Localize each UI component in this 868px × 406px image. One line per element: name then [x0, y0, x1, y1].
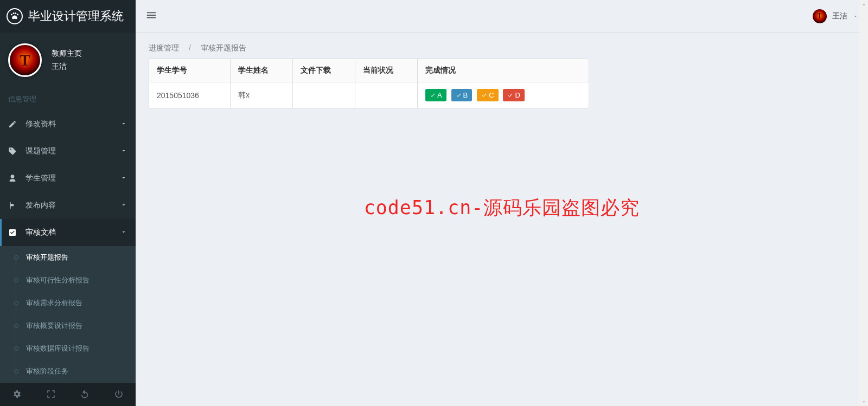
user-role: 教师主页 [52, 47, 82, 60]
chevron-down-icon [120, 228, 127, 237]
avatar-small: T [813, 9, 827, 23]
submenu-review-docs: 审核开题报告 审核可行性分析报告 审核需求分析报告 审核概要设计报告 审核数据库… [0, 246, 136, 383]
menu-modify-profile[interactable]: 修改资料 [0, 111, 136, 138]
check-icon [481, 92, 487, 98]
paw-icon [7, 8, 23, 24]
breadcrumb-sep: / [189, 43, 191, 52]
sub-review-database[interactable]: 审核数据库设计报告 [0, 337, 136, 360]
grade-button-d[interactable]: D [503, 89, 524, 101]
sidebar-footer [0, 383, 136, 406]
check-icon [507, 92, 513, 98]
sub-review-opening[interactable]: 审核开题报告 [0, 246, 136, 269]
topbar-user[interactable]: T 王洁 [813, 9, 858, 23]
user-panel: T 教师主页 王洁 [0, 33, 136, 88]
chevron-down-icon [120, 120, 127, 128]
sub-review-stage-task[interactable]: 审核阶段任务 [0, 360, 136, 383]
breadcrumb-l1[interactable]: 进度管理 [149, 43, 179, 52]
power-icon[interactable] [114, 389, 124, 401]
grade-button-b[interactable]: B [451, 89, 473, 101]
breadcrumb: 进度管理 / 审核开题报告 [136, 33, 868, 59]
watermark-text: code51.cn-源码乐园盗图必究 [364, 195, 640, 221]
avatar: T [8, 43, 42, 77]
table-header-row: 学生学号 学生姓名 文件下载 当前状况 完成情况 [149, 59, 589, 82]
check-square-icon [8, 228, 18, 237]
grade-button-c[interactable]: C [477, 89, 498, 101]
menu-topic-manage[interactable]: 课题管理 [0, 138, 136, 165]
menu-label: 发布内容 [25, 201, 56, 210]
chevron-down-icon [853, 12, 858, 21]
check-icon [456, 92, 462, 98]
menu-label: 审核文档 [25, 228, 56, 237]
table-row: 2015051036 韩x A B [149, 82, 589, 108]
scrollbar[interactable] [859, 0, 868, 406]
app-logo-bar: 毕业设计管理系统 [0, 0, 136, 33]
check-icon [430, 92, 436, 98]
refresh-icon[interactable] [80, 389, 90, 401]
col-student-name: 学生姓名 [231, 59, 293, 82]
main-area: T 王洁 进度管理 / 审核开题报告 学生学号 学生姓名 文件下载 当前状况 完… [136, 0, 868, 406]
sidebar: 毕业设计管理系统 T 教师主页 王洁 信息管理 修改资料 课题管理 学生管理 发… [0, 0, 136, 406]
cell-completion: A B C D [418, 82, 589, 108]
col-file-download: 文件下载 [293, 59, 355, 82]
flag-icon [8, 201, 18, 210]
col-completion: 完成情况 [418, 59, 589, 82]
edit-icon [8, 120, 18, 128]
menu-label: 学生管理 [25, 173, 56, 183]
user-name: 王洁 [52, 60, 82, 73]
cell-status [355, 82, 418, 108]
chevron-down-icon [120, 201, 127, 210]
sub-review-feasibility[interactable]: 审核可行性分析报告 [0, 269, 136, 292]
col-student-id: 学生学号 [149, 59, 231, 82]
topbar: T 王洁 [136, 0, 868, 33]
breadcrumb-l2: 审核开题报告 [201, 43, 246, 52]
menu-student-manage[interactable]: 学生管理 [0, 165, 136, 192]
menu-label: 课题管理 [25, 146, 56, 156]
user-icon [8, 174, 18, 183]
hamburger-icon[interactable] [145, 9, 157, 23]
menu-review-docs[interactable]: 审核文档 [0, 219, 136, 246]
scroll-up-icon[interactable] [859, 0, 868, 9]
gear-icon[interactable] [12, 389, 22, 401]
cell-student-name: 韩x [231, 82, 293, 108]
sub-review-outline[interactable]: 审核概要设计报告 [0, 314, 136, 337]
grade-button-a[interactable]: A [425, 89, 446, 101]
chevron-down-icon [120, 147, 127, 156]
sub-review-requirements[interactable]: 审核需求分析报告 [0, 292, 136, 314]
menu-label: 修改资料 [25, 119, 56, 129]
app-title: 毕业设计管理系统 [28, 8, 124, 24]
tag-icon [8, 147, 18, 156]
menu-publish-content[interactable]: 发布内容 [0, 192, 136, 219]
col-current-status: 当前状况 [355, 59, 418, 82]
chevron-down-icon [120, 174, 127, 183]
menu-section-header: 信息管理 [0, 88, 136, 111]
fullscreen-icon[interactable] [46, 389, 56, 401]
cell-download [293, 82, 355, 108]
topbar-username: 王洁 [832, 11, 847, 21]
cell-student-id: 2015051036 [149, 82, 231, 108]
review-table: 学生学号 学生姓名 文件下载 当前状况 完成情况 2015051036 韩x [149, 59, 589, 108]
scroll-down-icon[interactable] [859, 397, 868, 406]
